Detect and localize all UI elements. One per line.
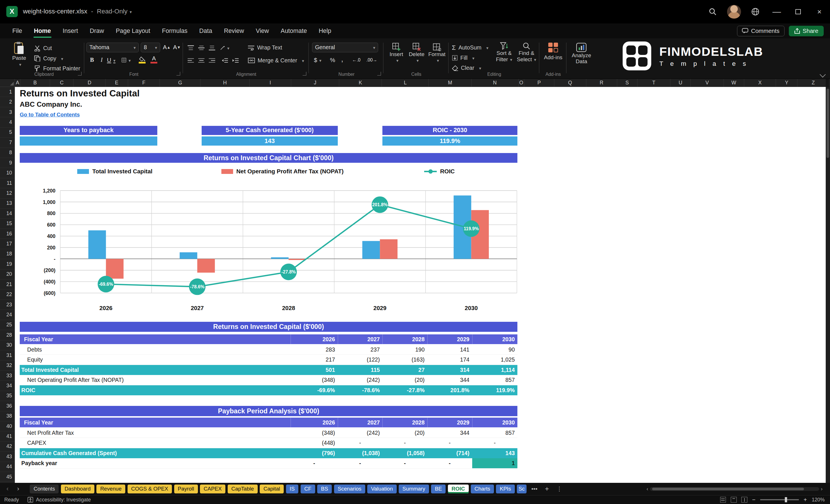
row-header-36[interactable]: 36: [0, 401, 14, 411]
account-avatar[interactable]: [723, 0, 745, 24]
row-header-11[interactable]: 11: [0, 178, 14, 188]
column-header-L[interactable]: L: [382, 79, 429, 87]
shrink-font-button[interactable]: A▼: [172, 43, 181, 52]
read-only-badge[interactable]: Read-Only: [97, 8, 132, 15]
table-row-total-invested-capital[interactable]: Total Invested Capital501115273141,114: [20, 365, 517, 375]
decrease-decimal-button[interactable]: .00→: [364, 56, 379, 65]
menu-tab-home[interactable]: Home: [28, 24, 57, 38]
row-header-42[interactable]: 42: [0, 442, 14, 452]
legend-item-total-invested-capital[interactable]: Total Invested Capital: [77, 168, 153, 175]
format-cells-button[interactable]: Format: [427, 43, 446, 64]
underline-button[interactable]: U: [107, 56, 116, 65]
vertical-scrollbar[interactable]: [826, 87, 830, 483]
row-header-7[interactable]: 7: [0, 137, 14, 148]
row-header-20[interactable]: 20: [0, 270, 14, 280]
menu-tab-view[interactable]: View: [250, 24, 275, 38]
column-header-B[interactable]: B: [20, 79, 50, 87]
row-header-12[interactable]: 12: [0, 188, 14, 198]
sheet-tab-capital[interactable]: Capital: [260, 484, 284, 494]
comma-style-button[interactable]: ,: [338, 54, 347, 63]
column-header-O[interactable]: O: [518, 79, 524, 87]
legend-item-net-operating-profit-after-tax-nopat[interactable]: Net Operating Profit After Tax (NOPAT): [221, 168, 344, 175]
row-header-4[interactable]: 4: [0, 117, 14, 127]
table-row-net-operating-profit-after-tax-nopat[interactable]: Net Operating Profit After Tax (NOPAT)(3…: [20, 375, 517, 385]
page-break-view-icon[interactable]: [741, 497, 747, 503]
column-header-D[interactable]: D: [73, 79, 105, 87]
column-header-C[interactable]: C: [50, 79, 73, 87]
sheet-tab-dashboard[interactable]: Dashboard: [61, 484, 94, 494]
clear-button[interactable]: Clear: [452, 63, 481, 73]
row-header-44[interactable]: 44: [0, 462, 14, 472]
column-header-Z[interactable]: Z: [797, 79, 829, 87]
column-header-S[interactable]: S: [617, 79, 638, 87]
zoom-level[interactable]: 120%: [812, 497, 825, 503]
sheet-tab-is[interactable]: IS: [286, 484, 298, 494]
align-top-button[interactable]: [186, 43, 195, 52]
sheet-tab-contents[interactable]: Contents: [30, 484, 59, 494]
percent-style-button[interactable]: %: [328, 56, 337, 65]
new-sheet-button[interactable]: +: [542, 485, 552, 493]
row-header-13[interactable]: 13: [0, 198, 14, 209]
row-header-25[interactable]: 25: [0, 320, 14, 330]
prev-sheet-icon[interactable]: ‹: [3, 485, 12, 493]
table-row-capex[interactable]: CAPEX(448)----: [20, 438, 517, 448]
row-header-21[interactable]: 21: [0, 280, 14, 289]
hscroll-right-icon[interactable]: ›: [821, 486, 823, 492]
row-header-24[interactable]: 24: [0, 310, 14, 320]
accounting-format-button[interactable]: $: [313, 56, 322, 65]
column-header-M[interactable]: M: [429, 79, 471, 87]
row-header-1[interactable]: 1: [0, 87, 14, 97]
column-header-U[interactable]: U: [670, 79, 691, 87]
horizontal-scrollbar[interactable]: ‹ ›: [647, 486, 823, 492]
vertical-scrollbar-thumb[interactable]: [827, 89, 829, 158]
row-header-3[interactable]: 3: [0, 107, 14, 117]
sheet-options-icon[interactable]: ⋮: [554, 485, 565, 492]
sheet-tab-scenarios[interactable]: Scenarios: [334, 484, 365, 494]
sheet-canvas[interactable]: Returns on Invested Capital ABC Company …: [15, 87, 826, 483]
merge-center-button[interactable]: Merge & Center: [248, 56, 304, 65]
menu-tab-review[interactable]: Review: [218, 24, 250, 38]
row-header-2[interactable]: 2: [0, 97, 14, 107]
row-header-5[interactable]: 5: [0, 128, 14, 137]
font-dialog-launcher[interactable]: [177, 72, 180, 75]
italic-button[interactable]: I: [97, 56, 106, 65]
column-header-Y[interactable]: Y: [776, 79, 797, 87]
sheet-tab-bs[interactable]: BS: [317, 484, 332, 494]
sheet-tab-cf[interactable]: CF: [300, 484, 315, 494]
wrap-text-button[interactable]: Wrap Text: [248, 43, 282, 52]
column-header-F[interactable]: F: [128, 79, 160, 87]
close-button[interactable]: ×: [809, 0, 830, 24]
row-header-22[interactable]: 22: [0, 289, 14, 300]
sheet-tab-sc[interactable]: Sc: [517, 484, 526, 494]
addins-button[interactable]: Add-ins: [543, 43, 564, 60]
hscroll-track[interactable]: [650, 487, 819, 491]
hscroll-thumb[interactable]: [652, 488, 804, 490]
row-header-16[interactable]: 16: [0, 229, 14, 239]
insert-cells-button[interactable]: Insert: [387, 43, 406, 64]
sheet-tab-valuation[interactable]: Valuation: [367, 484, 396, 494]
align-left-button[interactable]: [186, 56, 195, 65]
row-header-8[interactable]: 8: [0, 148, 14, 158]
autosum-button[interactable]: Σ AutoSum: [452, 43, 488, 52]
number-format-select[interactable]: General: [312, 43, 378, 52]
search-icon[interactable]: [702, 0, 724, 24]
normal-view-icon[interactable]: [720, 497, 726, 503]
decrease-indent-button[interactable]: [220, 56, 229, 65]
column-header-V[interactable]: V: [691, 79, 724, 87]
column-header-K[interactable]: K: [339, 79, 382, 87]
sheet-tab-kpis[interactable]: KPIs: [496, 484, 514, 494]
sheet-tab-charts[interactable]: Charts: [471, 484, 494, 494]
bold-button[interactable]: B: [88, 56, 97, 65]
sort-filter-button[interactable]: Sort & Filter: [493, 42, 515, 63]
column-header-J[interactable]: J: [291, 79, 339, 87]
alignment-dialog-launcher[interactable]: [302, 72, 306, 75]
table-row-debts[interactable]: Debts28323719014190: [20, 345, 517, 355]
sheet-tab-be[interactable]: BE: [431, 484, 446, 494]
align-bottom-button[interactable]: [208, 43, 217, 52]
menu-tab-help[interactable]: Help: [313, 24, 337, 38]
column-header-Q[interactable]: Q: [554, 79, 586, 87]
zoom-in-icon[interactable]: +: [803, 496, 807, 503]
table-row-cumulative-cash-generated-spent[interactable]: Cumulative Cash Generated (Spent)(796)(1…: [20, 448, 517, 458]
more-sheets-icon[interactable]: •••: [529, 485, 540, 492]
menu-tab-file[interactable]: File: [6, 24, 28, 38]
